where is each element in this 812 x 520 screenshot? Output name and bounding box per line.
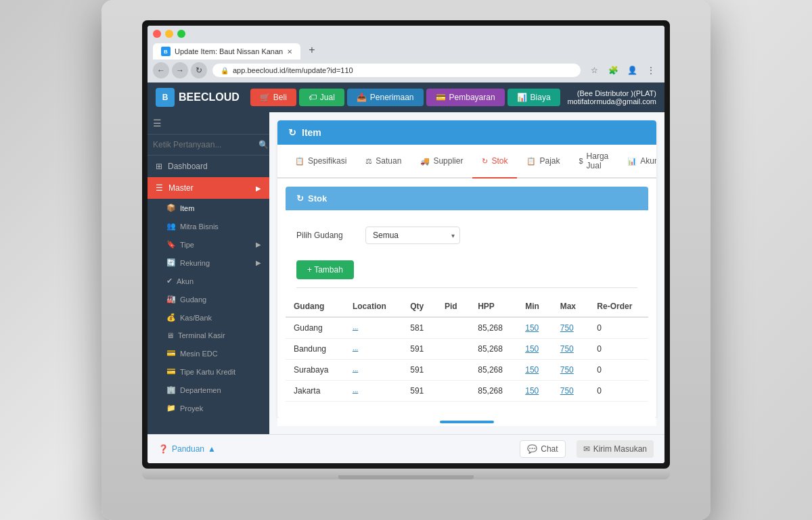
th-gudang: Gudang <box>286 296 344 317</box>
cell-hpp: 85,268 <box>470 381 517 402</box>
sidebar-sub-item-item[interactable]: 📦 Item <box>148 199 269 217</box>
pajak-icon: 📋 <box>526 157 536 166</box>
window-minimize-btn[interactable] <box>165 30 173 38</box>
kirim-masukan-label: Kirim Masukan <box>593 444 647 454</box>
location-link[interactable]: ... <box>353 344 394 352</box>
chat-button[interactable]: 💬 Chat <box>520 440 565 458</box>
pilih-gudang-row: Pilih Gudang Semua Gudang Bandung Suraba… <box>286 218 648 252</box>
stok-table-body: Gudang ... 581 85,268 150 750 0 Bandung … <box>286 317 648 402</box>
profile-btn[interactable]: 👤 <box>624 62 640 78</box>
active-browser-tab[interactable]: B Update Item: Baut Nissan Kanan ✕ <box>153 43 300 60</box>
min-link[interactable]: 150 <box>525 344 539 354</box>
sidebar-sub-item-kas-bank[interactable]: 💰 Kas/Bank <box>148 308 269 327</box>
mitra-label: Mitra Bisnis <box>180 222 219 231</box>
nav-item-beli[interactable]: 🛒 Beli <box>250 89 296 106</box>
penerimaan-label: Penerimaan <box>370 93 414 102</box>
location-link[interactable]: ... <box>353 365 394 373</box>
cell-reorder: 0 <box>589 381 648 402</box>
tabs-bar: 📋 Spesifikasi ⚖ Satuan 🚚 Supplier <box>277 145 656 179</box>
chevron-right-icon: ▶ <box>256 185 261 192</box>
biaya-icon: 📊 <box>517 93 527 102</box>
sidebar-sub-item-rekuring[interactable]: 🔄 Rekuring ▶ <box>148 254 269 272</box>
cell-min: 150 <box>517 381 552 402</box>
proyek-label: Proyek <box>180 404 203 412</box>
terminal-label: Terminal Kasir <box>178 331 225 339</box>
bookmark-btn[interactable]: ☆ <box>586 62 602 78</box>
tab-harga-jual[interactable]: $ Harga Jual <box>569 145 618 179</box>
back-btn[interactable]: ← <box>153 62 169 78</box>
nav-item-jual[interactable]: 🏷 Jual <box>299 89 344 106</box>
nav-item-biaya[interactable]: 📊 Biaya <box>508 89 560 106</box>
sidebar-sub-item-proyek[interactable]: 📁 Proyek <box>148 399 269 417</box>
window-close-btn[interactable] <box>153 30 161 38</box>
tab-akuntansi[interactable]: 📊 Akuntansi <box>618 145 656 179</box>
cell-max: 750 <box>552 360 589 381</box>
kirim-masukan-button[interactable]: ✉ Kirim Masukan <box>577 440 654 458</box>
max-link[interactable]: 750 <box>560 365 574 375</box>
panduan-btn[interactable]: ❓ Panduan ▲ <box>158 444 216 454</box>
sidebar-item-master[interactable]: ☰ Master ▶ <box>148 177 269 199</box>
sidebar-sub-item-departemen[interactable]: 🏢 Departemen <box>148 381 269 399</box>
sidebar-search: 🔍 <box>148 135 269 156</box>
cell-reorder: 0 <box>589 317 648 339</box>
sidebar-item-dashboard[interactable]: ⊞ Dashboard <box>148 156 269 177</box>
cell-reorder: 0 <box>589 360 648 381</box>
window-maximize-btn[interactable] <box>177 30 185 38</box>
nav-item-pembayaran[interactable]: 💳 Pembayaran <box>426 89 505 106</box>
stok-header-title: Stok <box>308 193 327 204</box>
tab-close-btn[interactable]: ✕ <box>287 48 292 55</box>
min-link[interactable]: 150 <box>525 323 539 333</box>
scroll-bar <box>440 421 494 423</box>
page-header-icon: ↻ <box>288 127 296 138</box>
tab-stok[interactable]: ↻ Stok <box>472 145 517 179</box>
sidebar-sub-item-mitra-bisnis[interactable]: 👥 Mitra Bisnis <box>148 217 269 235</box>
app-main: ☰ 🔍 ⊞ Dashboard ☰ Master ▶ <box>148 112 664 434</box>
max-link[interactable]: 750 <box>560 386 574 396</box>
sidebar-sub-item-tipe-kartu[interactable]: 💳 Tipe Kartu Kredit <box>148 362 269 381</box>
th-min: Min <box>517 296 552 317</box>
supplier-icon: 🚚 <box>420 157 430 166</box>
tab-spesifikasi[interactable]: 📋 Spesifikasi <box>286 145 356 179</box>
max-link[interactable]: 750 <box>560 344 574 354</box>
cell-gudang: Gudang <box>286 317 344 339</box>
menu-btn[interactable]: ⋮ <box>643 62 659 78</box>
tab-pajak[interactable]: 📋 Pajak <box>517 145 569 179</box>
sidebar-sub-item-mesin-edc[interactable]: 💳 Mesin EDC <box>148 344 269 362</box>
cell-location: ... <box>344 339 402 360</box>
tab-supplier[interactable]: 🚚 Supplier <box>411 145 472 179</box>
nav-item-penerimaan[interactable]: 📥 Penerimaan <box>347 89 424 106</box>
sidebar-sub-item-terminal-kasir[interactable]: 🖥 Terminal Kasir <box>148 327 269 344</box>
reload-btn[interactable]: ↻ <box>191 62 207 78</box>
extensions-btn[interactable]: 🧩 <box>605 62 621 78</box>
edc-label: Mesin EDC <box>180 350 218 358</box>
new-tab-btn[interactable]: + <box>302 41 321 60</box>
location-link[interactable]: ... <box>353 323 394 331</box>
url-bar[interactable]: 🔒 app.beecloud.id/item/update?id=110 <box>212 64 581 77</box>
hamburger-btn[interactable]: ☰ <box>148 112 269 135</box>
sidebar-sub-item-akun[interactable]: ✔ Akun <box>148 272 269 290</box>
cell-gudang: Surabaya <box>286 360 344 381</box>
app-logo: B BEECLOUD <box>156 88 240 107</box>
tab-satuan[interactable]: ⚖ Satuan <box>356 145 411 179</box>
gudang-label: Gudang <box>180 296 206 304</box>
max-link[interactable]: 750 <box>560 323 574 333</box>
cell-hpp: 85,268 <box>470 317 517 339</box>
location-link[interactable]: ... <box>353 386 394 394</box>
scroll-indicator <box>277 418 656 426</box>
laptop-base <box>142 469 670 479</box>
cell-location: ... <box>344 360 402 381</box>
sidebar-sub-item-tipe[interactable]: 🔖 Tipe ▶ <box>148 235 269 254</box>
beli-label: Beli <box>273 93 287 102</box>
sidebar-sub-item-gudang[interactable]: 🏭 Gudang <box>148 290 269 308</box>
tambah-button[interactable]: + Tambah <box>296 260 354 279</box>
cell-pid <box>436 360 470 381</box>
kas-label: Kas/Bank <box>180 314 212 322</box>
min-link[interactable]: 150 <box>525 386 539 396</box>
sidebar-search-input[interactable] <box>153 140 254 149</box>
cell-max: 750 <box>552 317 589 339</box>
rekuring-label: Rekuring <box>180 259 210 267</box>
gudang-select[interactable]: Semua Gudang Bandung Surabaya Jakarta <box>365 227 460 244</box>
pilih-gudang-label: Pilih Gudang <box>296 231 357 240</box>
forward-btn[interactable]: → <box>172 62 188 78</box>
min-link[interactable]: 150 <box>525 365 539 375</box>
